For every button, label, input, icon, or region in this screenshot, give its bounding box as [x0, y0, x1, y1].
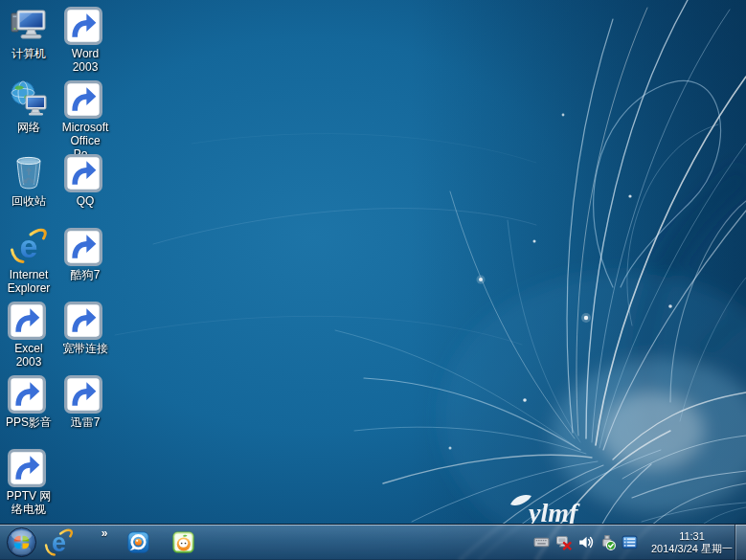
desktop-icon-broadband[interactable]: 宽带连接: [57, 301, 113, 355]
desktop-icon-xunlei7[interactable]: 迅雷7: [57, 374, 113, 429]
taskbar-item-pptv[interactable]: [125, 529, 151, 555]
desktop-icon-word-2003[interactable]: W Word 2003: [57, 6, 113, 74]
safely-remove-hardware-tray-icon[interactable]: [599, 534, 616, 550]
shortcut-arrow-icon: [64, 80, 102, 119]
media-manager-tray-icon[interactable]: [622, 534, 638, 550]
pptv-icon: [10, 448, 48, 486]
desktop-icon-label: Internet Explorer: [1, 268, 57, 295]
desktop-icon-label: Excel 2003: [1, 342, 57, 369]
word-icon: W: [66, 6, 104, 44]
shortcut-arrow-icon: [64, 302, 102, 340]
taskbar-item-pps[interactable]: [170, 529, 196, 555]
desktop-icon-powerpoint[interactable]: Microsoft Office Po...: [57, 79, 113, 161]
show-desktop-button[interactable]: [735, 525, 746, 560]
shortcut-arrow-icon: [64, 154, 102, 192]
system-tray: 11:31 2014/3/24 星期一: [533, 525, 733, 560]
clock-time: 11:31: [651, 530, 733, 543]
pps-icon: [170, 529, 196, 555]
desktop-icon-kugou7[interactable]: K 酷狗7: [57, 227, 113, 281]
desktop-icon-label: 计算机: [11, 47, 46, 60]
desktop-screen: ylmf 计算机 W Word 2003: [0, 0, 746, 560]
taskbar-clock[interactable]: 11:31 2014/3/24 星期一: [651, 530, 733, 555]
input-keyboard-tray-icon[interactable]: [533, 534, 550, 550]
qq-penguin-icon: [66, 153, 104, 191]
shortcut-arrow-icon: [8, 302, 46, 340]
network-disconnected-tray-icon[interactable]: [555, 534, 572, 550]
shortcut-arrow-icon: [64, 375, 102, 414]
desktop-icon-label: 回收站: [11, 194, 46, 208]
internet-explorer-icon: e: [10, 227, 48, 265]
shortcut-arrow-icon: [8, 449, 46, 487]
start-button[interactable]: [6, 526, 37, 558]
computer-icon: [10, 6, 48, 44]
kugou-icon: K: [66, 227, 104, 265]
desktop-icon-pps[interactable]: PPS PPS影音: [1, 374, 57, 429]
desktop-icon-label: PPS影音: [6, 415, 52, 429]
desktop-icon-recycle-bin[interactable]: 回收站: [1, 153, 57, 208]
desktop-icon-label: 宽带连接: [62, 342, 108, 355]
shortcut-arrow-icon: [64, 228, 102, 266]
svg-text:e: e: [20, 228, 38, 264]
svg-text:e: e: [52, 528, 66, 557]
desktop-icon-excel-2003[interactable]: X Excel 2003: [1, 301, 57, 369]
ylmf-watermark: ylmf: [506, 492, 624, 525]
desktop-icon-pptv[interactable]: PPTV 网络电视: [1, 448, 57, 516]
shortcut-arrow-icon: [8, 375, 46, 414]
svg-text:ylmf: ylmf: [526, 498, 580, 525]
powerpoint-icon: [66, 79, 104, 118]
taskbar: e »: [0, 524, 746, 560]
internet-explorer-icon: e: [44, 527, 74, 557]
xunlei-bird-icon: [66, 374, 104, 413]
desktop-icon-computer[interactable]: 计算机: [1, 6, 57, 60]
network-icon: [10, 79, 48, 118]
recycle-bin-icon: [10, 153, 48, 191]
volume-tray-icon[interactable]: [577, 534, 594, 550]
desktop-icon-label: 酷狗7: [71, 268, 101, 281]
taskbar-item-internet-explorer[interactable]: e: [44, 527, 74, 557]
broadband-connection-icon: [66, 301, 104, 339]
desktop-icon-internet-explorer[interactable]: e Internet Explorer: [1, 227, 57, 295]
windows-logo-icon: [6, 526, 37, 558]
pps-icon: PPS: [10, 374, 48, 413]
desktop-icon-network[interactable]: 网络: [1, 79, 57, 134]
desktop-icon-label: 网络: [17, 121, 40, 134]
desktop-icon-label: QQ: [77, 194, 95, 208]
clock-date: 2014/3/24 星期一: [651, 543, 733, 555]
shortcut-arrow-icon: [64, 7, 102, 45]
excel-icon: X: [10, 301, 48, 339]
desktop-icon-label: Word 2003: [57, 47, 113, 74]
desktop-icon-label: 迅雷7: [71, 415, 101, 429]
desktop-icon-qq[interactable]: QQ: [57, 153, 113, 208]
taskbar-overflow-chevron[interactable]: »: [98, 526, 111, 540]
pptv-icon: [125, 529, 151, 555]
desktop-icon-label: PPTV 网络电视: [1, 489, 57, 516]
